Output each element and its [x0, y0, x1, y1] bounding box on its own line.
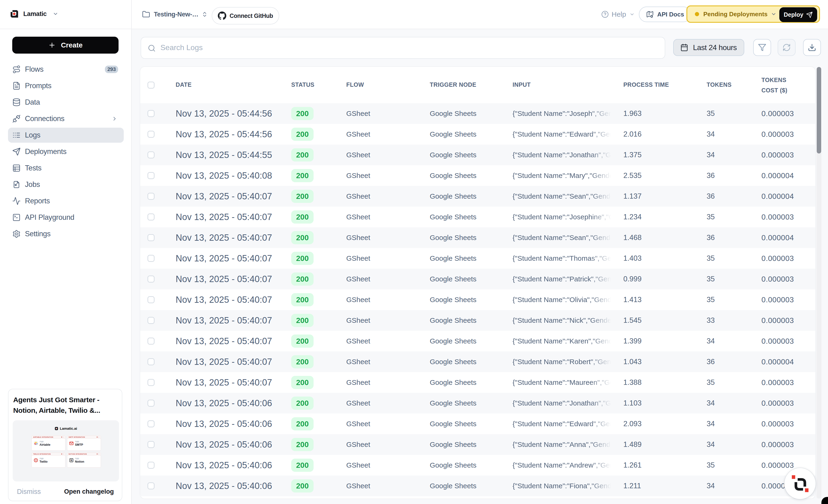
- svg-text:N: N: [71, 459, 72, 461]
